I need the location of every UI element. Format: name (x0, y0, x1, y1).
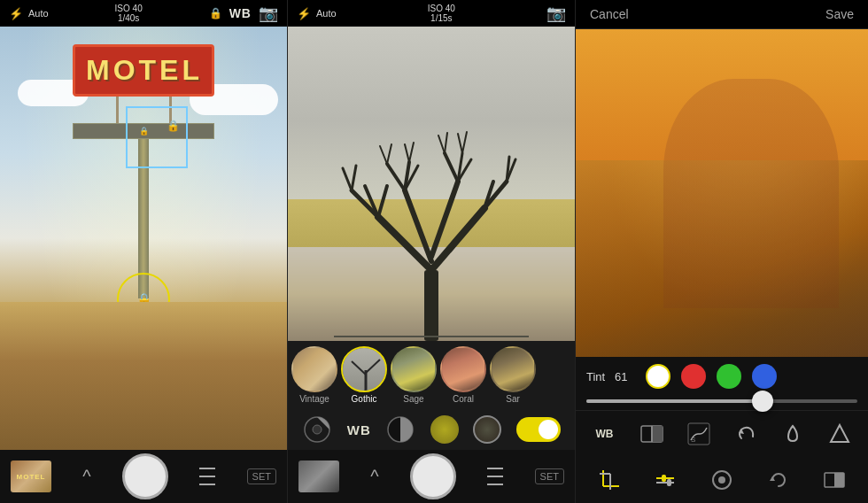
filter-toggle-2[interactable] (516, 417, 561, 442)
gothic-tree-mini (343, 348, 385, 391)
tint-color-green[interactable] (717, 364, 741, 389)
sliders-icon (656, 477, 674, 484)
prism-icon (828, 422, 851, 445)
exposure-dial[interactable] (302, 414, 332, 445)
prism-tool[interactable] (824, 418, 856, 450)
filter-vintage[interactable]: Vintage (291, 346, 337, 404)
adj-line-6 (487, 484, 503, 485)
scurve-tool[interactable]: S (683, 418, 715, 450)
split-tone-tool[interactable] (636, 418, 668, 450)
panel-camera-tree: ⚡ Auto ISO 40 1/15s 📷 (288, 0, 576, 503)
woman-figure (663, 79, 839, 308)
tint-color-blue[interactable] (752, 364, 777, 389)
tint-bar: Tint 61 (576, 357, 868, 396)
motel-sign-box: MOTEL (73, 44, 214, 97)
undo-icon (734, 422, 757, 445)
adjust-icon-1[interactable] (199, 466, 215, 487)
focus-rectangle[interactable] (126, 106, 188, 168)
bottom-bar-2: ^ SET (288, 450, 575, 503)
scurve-icon: S (687, 422, 710, 445)
svg-line-21 (387, 144, 391, 164)
split-tone-button[interactable] (385, 414, 415, 445)
adj-line-4 (487, 468, 503, 469)
sliders-tool[interactable] (649, 464, 681, 496)
iso-2: ISO 40 (428, 4, 455, 13)
edit-tools-row-2 (576, 457, 868, 503)
camera-switch-icon-1[interactable]: 📷 (259, 4, 278, 23)
filter-sar[interactable]: Sar (490, 346, 536, 404)
sar-preview (492, 348, 534, 391)
tint-slider-bar (576, 396, 868, 410)
status-bar-1: ⚡ Auto ISO 40 1/40s 🔒 WB 📷 (0, 0, 287, 27)
exposure-dial-icon (302, 414, 332, 445)
vignette-button[interactable] (473, 415, 501, 444)
filter-bar-2: Vintage Gothic Sage (288, 341, 575, 409)
svg-point-47 (718, 476, 725, 484)
edit-header: Cancel Save (576, 0, 868, 29)
slider-line-2 (656, 482, 674, 484)
expand-chevron-1[interactable]: ^ (82, 467, 90, 487)
split-tone-tool-icon (640, 422, 663, 445)
camera-switch-icon-2[interactable]: 📷 (546, 4, 566, 23)
frame-tool[interactable] (818, 464, 850, 496)
vintage-preview (293, 348, 336, 391)
status-left-1: ⚡ Auto (9, 7, 49, 20)
gallery-thumbnail-2[interactable] (298, 460, 339, 492)
adjust-icon-2[interactable] (487, 466, 503, 487)
shutter-button-1[interactable] (122, 453, 168, 499)
slider-line-1 (656, 477, 674, 479)
tint-color-red[interactable] (681, 364, 706, 389)
wb-tool-button[interactable]: WB (589, 418, 621, 450)
filter-thumb-gothic (341, 346, 387, 392)
set-button-2[interactable]: SET (535, 468, 564, 484)
save-button[interactable]: Save (825, 7, 854, 21)
filter-sage[interactable]: Sage (391, 346, 437, 404)
color-tool[interactable] (777, 418, 809, 450)
color-filter-button[interactable] (430, 415, 459, 444)
tint-slider-fill (586, 399, 763, 403)
status-center-1: ISO 40 1/40s (115, 4, 143, 23)
edit-tools-row-1: WB S (576, 410, 868, 457)
cancel-button[interactable]: Cancel (590, 7, 629, 21)
shutter-button-2[interactable] (410, 453, 456, 499)
expand-chevron-2[interactable]: ^ (370, 467, 378, 487)
focus-lock-indicator: 🔒 (167, 120, 180, 132)
support-left (116, 97, 119, 123)
camera-viewfinder-2[interactable] (288, 27, 575, 341)
rotate-tool[interactable] (763, 464, 794, 496)
tint-slider-track[interactable] (586, 399, 857, 403)
tint-color-white[interactable] (646, 364, 670, 389)
svg-rect-36 (652, 426, 663, 442)
coral-preview (442, 348, 484, 391)
shutter-speed-1: 1/40s (118, 13, 139, 23)
motel-scene: MOTEL 🔒 🔒 🔒 (0, 27, 287, 450)
woman-scene (576, 29, 868, 357)
svg-marker-41 (831, 425, 849, 442)
split-tone-icon (385, 414, 415, 445)
crop-icon (598, 468, 621, 491)
svg-rect-0 (424, 270, 438, 341)
thumb-content-2 (298, 460, 339, 492)
flash-icon-1: ⚡ (9, 7, 23, 20)
adj-line-5 (487, 476, 503, 477)
filter-sar-label: Sar (506, 394, 520, 404)
gallery-thumbnail-1[interactable]: MOTEL (11, 460, 51, 492)
svg-line-22 (405, 144, 409, 162)
undo-tool[interactable] (730, 418, 762, 450)
filter-gothic[interactable]: Gothic (341, 346, 387, 404)
camera-viewfinder-1[interactable]: MOTEL 🔒 🔒 🔒 (0, 27, 287, 450)
svg-marker-48 (770, 476, 775, 481)
svg-line-26 (458, 134, 462, 153)
vignette-tool[interactable] (706, 464, 738, 496)
svg-rect-50 (834, 473, 844, 487)
filter-coral[interactable]: Coral (440, 346, 486, 404)
bottom-bar-1: MOTEL ^ SET (0, 450, 287, 503)
crop-tool[interactable] (593, 464, 625, 496)
set-button-1[interactable]: SET (247, 468, 276, 484)
motel-text: MOTEL (86, 54, 201, 87)
wb-button-2[interactable]: WB (347, 422, 371, 437)
adj-line-1 (199, 468, 215, 469)
tint-slider-thumb[interactable] (752, 391, 773, 412)
tree-svg (334, 93, 529, 341)
svg-line-25 (445, 133, 447, 153)
